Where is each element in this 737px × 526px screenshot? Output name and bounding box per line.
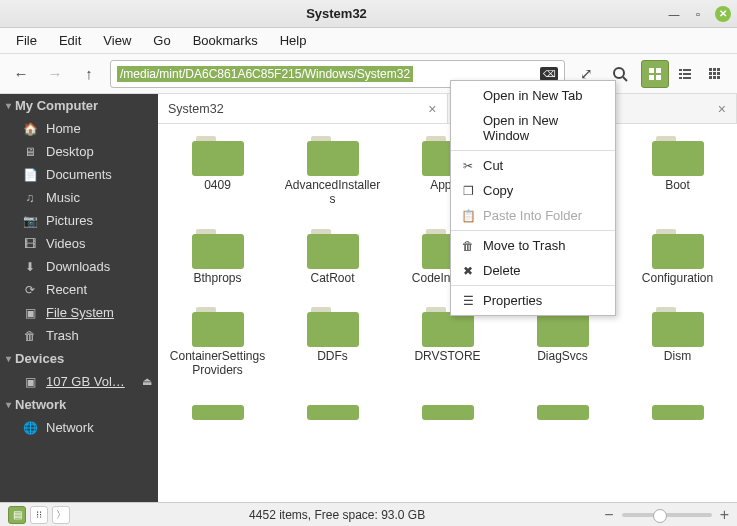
folder-item[interactable]: DDFs — [277, 303, 388, 382]
close-sidebar-button[interactable]: 〉 — [52, 506, 70, 524]
sidebar-item-icon: 🗑 — [22, 329, 38, 343]
menu-view[interactable]: View — [93, 30, 141, 51]
sidebar-item-home[interactable]: 🏠Home — [0, 117, 158, 140]
toolbar: ← → ↑ /media/mint/DA6C861A6C85F215/Windo… — [0, 54, 737, 94]
context-open-in-new-window[interactable]: Open in New Window — [451, 108, 615, 148]
context-copy[interactable]: ❐Copy — [451, 178, 615, 203]
up-button[interactable]: ↑ — [76, 61, 102, 87]
folder-label: DRVSTORE — [414, 350, 480, 364]
sidebar-item-label: Videos — [46, 236, 86, 251]
folder-item[interactable] — [507, 396, 618, 427]
sidebar-item-documents[interactable]: 📄Documents — [0, 163, 158, 186]
icon-view-button[interactable] — [641, 60, 669, 88]
sidebar-section-my-computer[interactable]: My Computer — [0, 94, 158, 117]
close-button[interactable]: ✕ — [715, 6, 731, 22]
context-properties[interactable]: ☰Properties — [451, 288, 615, 313]
sidebar-section-devices[interactable]: Devices — [0, 347, 158, 370]
sidebar-item-label: Network — [46, 420, 94, 435]
svg-point-0 — [614, 68, 624, 78]
folder-icon — [652, 229, 704, 269]
sidebar-item-desktop[interactable]: 🖥Desktop — [0, 140, 158, 163]
folder-item[interactable]: AdvancedInstallers — [277, 132, 388, 211]
folder-item[interactable] — [162, 396, 273, 427]
sidebar-item-trash[interactable]: 🗑Trash — [0, 324, 158, 347]
menu-edit[interactable]: Edit — [49, 30, 91, 51]
sidebar-item-107-gb-vol-[interactable]: ▣107 GB Vol…⏏ — [0, 370, 158, 393]
svg-rect-9 — [683, 73, 691, 75]
context-delete[interactable]: ✖Delete — [451, 258, 615, 283]
eject-icon[interactable]: ⏏ — [142, 375, 152, 388]
sidebar-item-music[interactable]: ♫Music — [0, 186, 158, 209]
sidebar-item-label: File System — [46, 305, 114, 320]
back-button[interactable]: ← — [8, 61, 34, 87]
tab-close-icon[interactable]: × — [428, 101, 436, 117]
folder-item[interactable]: ContainerSettingsProviders — [162, 303, 273, 382]
sidebar-item-file-system[interactable]: ▣File System — [0, 301, 158, 324]
sidebar-item-pictures[interactable]: 📷Pictures — [0, 209, 158, 232]
folder-item[interactable]: 0409 — [162, 132, 273, 211]
folder-item[interactable]: Configuration — [622, 225, 733, 290]
context-item-icon: ☰ — [461, 294, 475, 308]
folder-icon — [192, 307, 244, 347]
context-open-in-new-tab[interactable]: Open in New Tab — [451, 83, 615, 108]
menu-file[interactable]: File — [6, 30, 47, 51]
svg-rect-5 — [656, 75, 661, 80]
menu-go[interactable]: Go — [143, 30, 180, 51]
context-item-icon: 📋 — [461, 209, 475, 223]
tree-toggle-button[interactable]: ⁝⁝ — [30, 506, 48, 524]
folder-item[interactable] — [392, 396, 503, 427]
sidebar-item-label: Pictures — [46, 213, 93, 228]
sidebar-item-downloads[interactable]: ⬇Downloads — [0, 255, 158, 278]
context-cut[interactable]: ✂Cut — [451, 153, 615, 178]
tab-close-icon[interactable]: × — [718, 101, 726, 117]
sidebar-item-videos[interactable]: 🎞Videos — [0, 232, 158, 255]
tab-label: System32 — [168, 102, 224, 116]
folder-item[interactable]: CatRoot — [277, 225, 388, 290]
folder-item[interactable] — [622, 396, 733, 427]
folder-icon — [192, 136, 244, 176]
forward-button[interactable]: → — [42, 61, 68, 87]
icon-view[interactable]: 0409AdvancedInstallersAppLoBoot Bthprops… — [158, 124, 737, 502]
sidebar-item-label: Desktop — [46, 144, 94, 159]
tab-system32[interactable]: System32 × — [158, 94, 448, 123]
clear-path-icon[interactable]: ⌫ — [540, 67, 558, 81]
folder-item[interactable] — [277, 396, 388, 427]
svg-rect-3 — [656, 68, 661, 73]
folder-label: Bthprops — [193, 272, 241, 286]
folder-label: CatRoot — [310, 272, 354, 286]
sidebar-section-network[interactable]: Network — [0, 393, 158, 416]
folder-label: Configuration — [642, 272, 713, 286]
zoom-out-button[interactable]: − — [604, 506, 613, 524]
titlebar: System32 — ▫ ✕ — [0, 0, 737, 28]
menu-bookmarks[interactable]: Bookmarks — [183, 30, 268, 51]
sidebar-item-icon: 📷 — [22, 214, 38, 228]
sidebar-item-network[interactable]: 🌐Network — [0, 416, 158, 439]
svg-rect-18 — [709, 76, 712, 79]
sidebar-item-label: Music — [46, 190, 80, 205]
context-move-to-trash[interactable]: 🗑Move to Trash — [451, 233, 615, 258]
svg-rect-20 — [717, 76, 720, 79]
folder-label: DDFs — [317, 350, 348, 364]
folder-label: 0409 — [204, 179, 231, 193]
sidebar-item-recent[interactable]: ⟳Recent — [0, 278, 158, 301]
folder-item[interactable]: Bthprops — [162, 225, 273, 290]
sidebar-item-label: 107 GB Vol… — [46, 374, 125, 389]
zoom-in-button[interactable]: + — [720, 506, 729, 524]
sidebar-item-icon: 🎞 — [22, 237, 38, 251]
sidebar-item-icon: ⟳ — [22, 283, 38, 297]
sidebar-item-label: Trash — [46, 328, 79, 343]
zoom-slider[interactable] — [622, 513, 712, 517]
context-item-label: Delete — [483, 263, 521, 278]
sidebar-item-icon: 📄 — [22, 168, 38, 182]
minimize-button[interactable]: — — [667, 7, 681, 21]
menu-help[interactable]: Help — [270, 30, 317, 51]
context-item-icon: ❐ — [461, 184, 475, 198]
folder-item[interactable]: Boot — [622, 132, 733, 211]
maximize-button[interactable]: ▫ — [691, 7, 705, 21]
svg-rect-2 — [649, 68, 654, 73]
compact-view-button[interactable] — [701, 60, 729, 88]
places-toggle-button[interactable]: ▤ — [8, 506, 26, 524]
folder-item[interactable]: Dism — [622, 303, 733, 382]
svg-rect-16 — [713, 72, 716, 75]
list-view-button[interactable] — [671, 60, 699, 88]
